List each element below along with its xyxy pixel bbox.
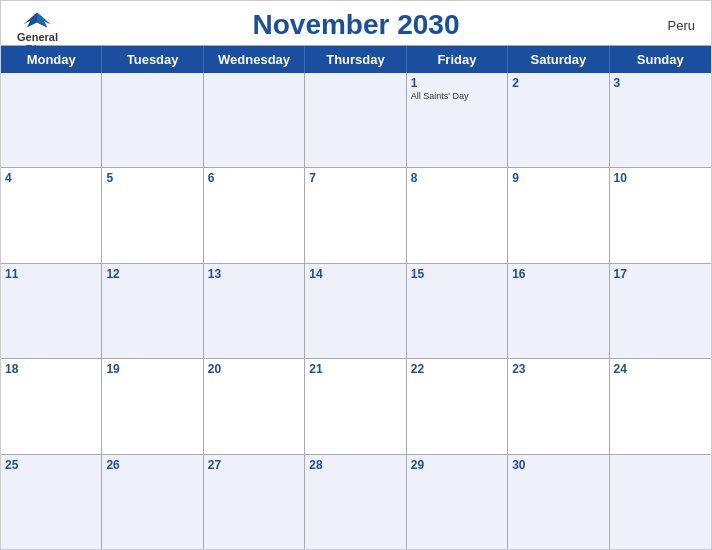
day-number: 26 bbox=[106, 458, 198, 472]
day-number: 29 bbox=[411, 458, 503, 472]
day-number: 3 bbox=[614, 76, 707, 90]
day-header-thursday: Thursday bbox=[305, 46, 406, 73]
country-label: Peru bbox=[668, 18, 695, 33]
day-cell: 12 bbox=[102, 264, 203, 358]
day-cell: 7 bbox=[305, 168, 406, 262]
day-cell: 15 bbox=[407, 264, 508, 358]
day-number: 28 bbox=[309, 458, 401, 472]
day-number: 23 bbox=[512, 362, 604, 376]
day-cell bbox=[204, 73, 305, 167]
day-number: 17 bbox=[614, 267, 707, 281]
day-header-sunday: Sunday bbox=[610, 46, 711, 73]
day-number: 13 bbox=[208, 267, 300, 281]
week-row-2: 45678910 bbox=[1, 168, 711, 263]
day-cell: 3 bbox=[610, 73, 711, 167]
week-row-4: 18192021222324 bbox=[1, 359, 711, 454]
day-number: 27 bbox=[208, 458, 300, 472]
day-number: 19 bbox=[106, 362, 198, 376]
logo-icon bbox=[19, 9, 55, 31]
day-number: 24 bbox=[614, 362, 707, 376]
day-number: 25 bbox=[5, 458, 97, 472]
day-cell: 9 bbox=[508, 168, 609, 262]
day-number: 2 bbox=[512, 76, 604, 90]
holiday-label: All Saints' Day bbox=[411, 91, 503, 101]
day-number: 14 bbox=[309, 267, 401, 281]
day-cell: 26 bbox=[102, 455, 203, 549]
day-number: 1 bbox=[411, 76, 503, 90]
calendar-header: General Blue November 2030 Peru bbox=[1, 1, 711, 45]
day-cell: 19 bbox=[102, 359, 203, 453]
day-number: 30 bbox=[512, 458, 604, 472]
day-cell bbox=[305, 73, 406, 167]
day-cell: 23 bbox=[508, 359, 609, 453]
logo-general: General bbox=[17, 31, 58, 43]
day-cell: 5 bbox=[102, 168, 203, 262]
day-cell: 28 bbox=[305, 455, 406, 549]
day-cell: 24 bbox=[610, 359, 711, 453]
calendar-title: November 2030 bbox=[252, 9, 459, 41]
day-cell: 1All Saints' Day bbox=[407, 73, 508, 167]
day-cell: 27 bbox=[204, 455, 305, 549]
logo-blue: Blue bbox=[26, 43, 50, 55]
day-number: 12 bbox=[106, 267, 198, 281]
day-number: 10 bbox=[614, 171, 707, 185]
day-cell bbox=[610, 455, 711, 549]
day-number: 9 bbox=[512, 171, 604, 185]
day-cell: 22 bbox=[407, 359, 508, 453]
day-header-tuesday: Tuesday bbox=[102, 46, 203, 73]
day-cell: 6 bbox=[204, 168, 305, 262]
day-cell: 11 bbox=[1, 264, 102, 358]
svg-marker-1 bbox=[37, 12, 51, 27]
day-number: 6 bbox=[208, 171, 300, 185]
day-number: 20 bbox=[208, 362, 300, 376]
weeks-container: 1All Saints' Day234567891011121314151617… bbox=[1, 73, 711, 549]
day-number: 16 bbox=[512, 267, 604, 281]
week-row-5: 252627282930 bbox=[1, 455, 711, 549]
day-number: 5 bbox=[106, 171, 198, 185]
day-cell bbox=[1, 73, 102, 167]
day-cell: 10 bbox=[610, 168, 711, 262]
logo: General Blue bbox=[17, 9, 58, 55]
day-cell: 16 bbox=[508, 264, 609, 358]
day-cell: 20 bbox=[204, 359, 305, 453]
day-number: 7 bbox=[309, 171, 401, 185]
day-headers-row: MondayTuesdayWednesdayThursdayFridaySatu… bbox=[1, 46, 711, 73]
day-cell: 29 bbox=[407, 455, 508, 549]
week-row-3: 11121314151617 bbox=[1, 264, 711, 359]
day-number: 22 bbox=[411, 362, 503, 376]
day-cell bbox=[102, 73, 203, 167]
day-cell: 18 bbox=[1, 359, 102, 453]
day-cell: 14 bbox=[305, 264, 406, 358]
day-number: 15 bbox=[411, 267, 503, 281]
day-header-wednesday: Wednesday bbox=[204, 46, 305, 73]
day-cell: 21 bbox=[305, 359, 406, 453]
day-number: 8 bbox=[411, 171, 503, 185]
day-cell: 13 bbox=[204, 264, 305, 358]
day-cell: 17 bbox=[610, 264, 711, 358]
day-cell: 25 bbox=[1, 455, 102, 549]
day-number: 11 bbox=[5, 267, 97, 281]
week-row-1: 1All Saints' Day23 bbox=[1, 73, 711, 168]
calendar: General Blue November 2030 Peru MondayTu… bbox=[0, 0, 712, 550]
day-header-saturday: Saturday bbox=[508, 46, 609, 73]
day-cell: 2 bbox=[508, 73, 609, 167]
day-number: 18 bbox=[5, 362, 97, 376]
day-cell: 4 bbox=[1, 168, 102, 262]
day-number: 4 bbox=[5, 171, 97, 185]
day-number: 21 bbox=[309, 362, 401, 376]
day-header-friday: Friday bbox=[407, 46, 508, 73]
day-cell: 8 bbox=[407, 168, 508, 262]
calendar-grid: MondayTuesdayWednesdayThursdayFridaySatu… bbox=[1, 45, 711, 549]
day-cell: 30 bbox=[508, 455, 609, 549]
